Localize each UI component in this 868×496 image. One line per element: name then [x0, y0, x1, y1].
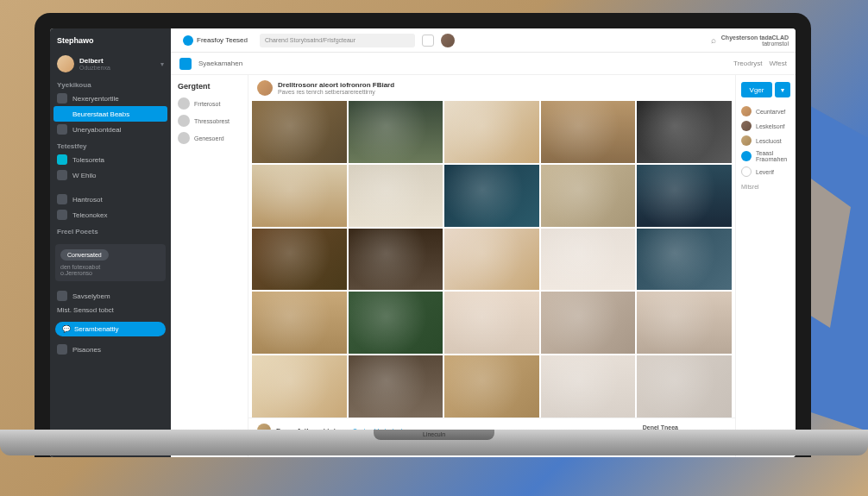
sidebar-item[interactable]: Hantrosot — [50, 191, 171, 207]
grid-image[interactable] — [252, 355, 347, 418]
server-pill[interactable]: 💬 Serambenattiy — [55, 322, 166, 336]
secondary-button[interactable]: ▾ — [775, 82, 790, 97]
left-column: Gergtent Frrterosot Thressobrest Genesoe… — [171, 75, 248, 457]
grid-image[interactable] — [252, 101, 347, 163]
contact-avatar — [178, 97, 190, 110]
author-avatar[interactable] — [257, 80, 273, 96]
nav-icon — [57, 291, 67, 301]
app-screen: Stephawo Delbert Oduzbenxa ▾ Yyekikoua N… — [50, 28, 796, 457]
left-header: Gergtent — [178, 82, 241, 91]
search-input[interactable]: Charend Storybsatnd/Frisfgcteaur — [260, 34, 415, 47]
top-bar: Freasfoy Teesed Charend Storybsatnd/Fris… — [171, 28, 796, 53]
grid-image[interactable] — [252, 165, 347, 227]
grid-image[interactable] — [637, 229, 732, 291]
grid-image[interactable] — [637, 165, 732, 227]
grid-image[interactable] — [252, 229, 347, 291]
primary-button[interactable]: Vger — [741, 82, 772, 97]
right-column: Vger ▾ Ceuntarvef Leskelsonf — [735, 75, 796, 457]
breadcrumb[interactable]: Syaekamahen — [198, 60, 242, 67]
split-icon[interactable] — [422, 35, 434, 47]
nav-icon — [57, 170, 67, 180]
grid-image[interactable] — [444, 165, 539, 227]
contact-avatar — [178, 132, 190, 144]
suggestion-item[interactable]: Ceuntarvef — [741, 106, 790, 116]
suggestion-item[interactable]: Leskelsonf — [741, 121, 790, 131]
contact-avatar — [178, 115, 190, 127]
grid-image[interactable] — [541, 292, 636, 354]
nav-icon — [57, 344, 67, 355]
contact-item[interactable]: Genesoerd — [178, 132, 241, 144]
grid-image[interactable] — [444, 355, 539, 418]
grid-image[interactable] — [252, 292, 347, 354]
grid-image[interactable] — [444, 229, 539, 291]
sidebar-item[interactable]: Mist. Sensod tobct — [50, 304, 171, 317]
sidebar-item-active[interactable]: Beurerstaat Beabs — [53, 106, 167, 122]
user-avatar — [57, 55, 74, 72]
grid-image[interactable] — [349, 355, 443, 418]
grid-image[interactable] — [349, 101, 443, 163]
filter-link[interactable]: Wfest — [770, 60, 787, 67]
grid-image[interactable] — [541, 165, 636, 227]
contact-item[interactable]: Frrterosot — [178, 97, 241, 110]
nav-icon — [57, 194, 67, 204]
grid-image[interactable] — [541, 229, 636, 291]
nav-icon — [57, 124, 67, 135]
suggestion-item[interactable]: Teaasl Fraornahen — [741, 150, 790, 162]
grid-image[interactable] — [541, 101, 636, 163]
nav-icon — [57, 109, 67, 119]
suggestion-item[interactable]: Lescluost — [741, 135, 790, 146]
search-icon[interactable]: ⌕ — [711, 35, 716, 45]
sidebar-section-4: Freel Poeets — [50, 223, 171, 237]
topbar-avatar[interactable] — [441, 34, 455, 47]
nav-icon — [57, 154, 67, 165]
sidebar-item[interactable]: Uneryabontdeal — [50, 122, 171, 137]
content-area: Freasfoy Teesed Charend Storybsatnd/Fris… — [171, 28, 796, 457]
nav-icon — [57, 210, 67, 220]
tab[interactable]: Freasfoy Teesed — [178, 35, 253, 46]
corner-title: Chyesterson tadaCLAD — [721, 35, 789, 41]
sidebar-item[interactable]: Savselybem — [50, 288, 171, 304]
sidebar-section-2: Tetestfey — [50, 137, 171, 152]
grid-image[interactable] — [349, 165, 443, 227]
grid-image[interactable] — [444, 292, 539, 354]
promo-button[interactable]: Conversated — [60, 249, 109, 261]
right-section-label: Mitsrel — [741, 184, 790, 190]
grid-image[interactable] — [349, 229, 443, 291]
app-icon — [183, 35, 193, 46]
sidebar-item[interactable]: Tolesoreta — [50, 152, 171, 167]
nav-icon — [57, 93, 67, 104]
suggestion-avatar — [741, 121, 752, 131]
grid-image[interactable] — [637, 101, 732, 163]
filter-link[interactable]: Treodryst — [733, 60, 763, 67]
sidebar-item[interactable]: Teleonokex — [50, 207, 171, 223]
chevron-down-icon: ▾ — [160, 60, 164, 68]
grid-image[interactable] — [637, 355, 732, 418]
image-grid — [248, 101, 735, 418]
grid-image[interactable] — [637, 292, 732, 354]
contact-item[interactable]: Thressobrest — [178, 115, 241, 127]
suggestion-avatar — [741, 106, 752, 116]
dropdown-icon: ▾ — [781, 86, 784, 94]
suggestion-avatar — [741, 135, 752, 146]
post-header: Drelltrosonr aieort iofronron FBiard Pav… — [248, 75, 735, 101]
laptop-frame: Stephawo Delbert Oduzbenxa ▾ Yyekikoua N… — [35, 13, 811, 457]
center-column: Drelltrosonr aieort iofronron FBiard Pav… — [248, 75, 735, 457]
suggestion-item[interactable]: Leverif — [741, 166, 790, 177]
author-sub: Paves res tenrch setbersarereettirny — [278, 89, 394, 95]
sidebar-item[interactable]: W Ehilo — [50, 167, 171, 183]
sidebar: Stephawo Delbert Oduzbenxa ▾ Yyekikoua N… — [50, 28, 171, 457]
collection-icon — [179, 58, 192, 70]
laptop-brand: Lineculn — [374, 430, 494, 440]
grid-image[interactable] — [541, 355, 636, 418]
sidebar-promo: Conversated den fotexoabot o.Jereronso — [55, 244, 166, 281]
sidebar-user[interactable]: Delbert Oduzbenxa ▾ — [50, 52, 171, 76]
corner-sub: tatromstol — [721, 41, 789, 47]
grid-image[interactable] — [444, 101, 539, 163]
sidebar-header: Stephawo — [50, 34, 171, 52]
sidebar-footer-item[interactable]: Pisaones — [50, 342, 171, 357]
user-sub: Oduzbenxa — [79, 65, 155, 71]
grid-image[interactable] — [349, 292, 443, 354]
user-name: Delbert — [79, 57, 155, 65]
sidebar-item[interactable]: Nexeryentortlle — [50, 91, 171, 106]
author-name[interactable]: Drelltrosonr aieort iofronron FBiard — [278, 81, 394, 89]
